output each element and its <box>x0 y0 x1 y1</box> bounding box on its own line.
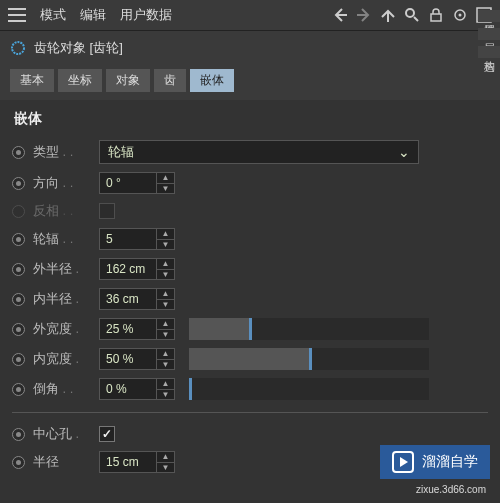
gear-icon <box>10 40 26 56</box>
anim-dot[interactable] <box>12 428 25 441</box>
radius-bottom-spinner[interactable]: ▲▼ <box>99 451 175 473</box>
spin-up-icon: ▲ <box>157 289 174 300</box>
tab-basic[interactable]: 基本 <box>10 69 54 92</box>
tab-bar: 基本 坐标 对象 齿 嵌体 <box>0 65 500 100</box>
search-icon[interactable] <box>404 7 420 23</box>
side-tab-struct[interactable]: 构造 <box>478 46 500 58</box>
svg-line-4 <box>414 17 418 21</box>
row-type: 类型 . . 轮辐 ⌄ <box>12 136 488 168</box>
section-title: 嵌体 <box>0 100 500 136</box>
outer-width-slider[interactable] <box>189 318 429 340</box>
spin-up-icon: ▲ <box>157 259 174 270</box>
side-tabs: 属性 层 构造 <box>478 10 500 58</box>
inner-radius-spinner[interactable]: ▲▼ <box>99 288 175 310</box>
outer-width-spinner[interactable]: ▲▼ <box>99 318 175 340</box>
spokes-input[interactable] <box>100 232 156 246</box>
label-direction: 方向 . . <box>33 174 91 192</box>
forward-icon[interactable] <box>356 7 372 23</box>
label-bevel: 倒角 . . <box>33 380 91 398</box>
nav-icons <box>332 7 492 23</box>
watermark: 溜溜自学 zixue.3d66.com <box>380 445 490 479</box>
spin-down-icon: ▼ <box>157 300 174 310</box>
row-direction: 方向 . . ▲▼ <box>12 168 488 198</box>
anim-dot <box>12 205 25 218</box>
row-inner-radius: 内半径 . ▲▼ <box>12 284 488 314</box>
row-invert: 反相 . . <box>12 198 488 224</box>
inner-width-spinner[interactable]: ▲▼ <box>99 348 175 370</box>
spin-down-icon: ▼ <box>157 330 174 340</box>
row-bevel: 倒角 . . ▲▼ <box>12 374 488 404</box>
menu-edit[interactable]: 编辑 <box>80 6 106 24</box>
side-tab-attr[interactable]: 属性 <box>478 10 500 22</box>
object-title: 齿轮对象 [齿轮] <box>34 39 123 57</box>
outer-width-input[interactable] <box>100 322 156 336</box>
direction-input[interactable] <box>100 176 156 190</box>
side-tab-layer[interactable]: 层 <box>478 28 500 40</box>
row-center-hole: 中心孔 . <box>12 421 488 447</box>
outer-radius-input[interactable] <box>100 262 156 276</box>
tab-object[interactable]: 对象 <box>106 69 150 92</box>
label-invert: 反相 . . <box>33 202 91 220</box>
svg-point-11 <box>12 42 24 54</box>
target-icon[interactable] <box>452 7 468 23</box>
anim-dot[interactable] <box>12 456 25 469</box>
anim-dot[interactable] <box>12 293 25 306</box>
row-outer-width: 外宽度 . ▲▼ <box>12 314 488 344</box>
lock-icon[interactable] <box>428 7 444 23</box>
invert-checkbox <box>99 203 115 219</box>
anim-dot[interactable] <box>12 323 25 336</box>
svg-point-7 <box>459 14 462 17</box>
direction-spinner[interactable]: ▲▼ <box>99 172 175 194</box>
inner-radius-input[interactable] <box>100 292 156 306</box>
outer-radius-spinner[interactable]: ▲▼ <box>99 258 175 280</box>
anim-dot[interactable] <box>12 146 25 159</box>
tab-teeth[interactable]: 齿 <box>154 69 186 92</box>
label-inner-width: 内宽度 . <box>33 350 91 368</box>
anim-dot[interactable] <box>12 263 25 276</box>
chevron-down-icon: ⌄ <box>398 144 410 160</box>
label-radius-bottom: 半径 <box>33 453 91 471</box>
anim-dot[interactable] <box>12 233 25 246</box>
label-inner-radius: 内半径 . <box>33 290 91 308</box>
center-hole-checkbox[interactable] <box>99 426 115 442</box>
spin-down-icon: ▼ <box>157 184 174 194</box>
object-header: 齿轮对象 [齿轮] <box>0 31 500 65</box>
hamburger-icon[interactable] <box>8 8 26 22</box>
svg-rect-5 <box>431 14 441 21</box>
menu-mode[interactable]: 模式 <box>40 6 66 24</box>
row-outer-radius: 外半径 . ▲▼ <box>12 254 488 284</box>
tab-coord[interactable]: 坐标 <box>58 69 102 92</box>
spokes-spinner[interactable]: ▲▼ <box>99 228 175 250</box>
inner-width-slider[interactable] <box>189 348 429 370</box>
spin-up-icon: ▲ <box>157 319 174 330</box>
type-dropdown[interactable]: 轮辐 ⌄ <box>99 140 419 164</box>
anim-dot[interactable] <box>12 383 25 396</box>
anim-dot[interactable] <box>12 353 25 366</box>
spin-up-icon: ▲ <box>157 173 174 184</box>
spin-down-icon: ▼ <box>157 240 174 250</box>
radius-bottom-input[interactable] <box>100 455 156 469</box>
label-center-hole: 中心孔 . <box>33 425 91 443</box>
menu-user-data[interactable]: 用户数据 <box>120 6 172 24</box>
svg-point-3 <box>406 9 414 17</box>
spin-down-icon: ▼ <box>157 360 174 370</box>
bevel-input[interactable] <box>100 382 156 396</box>
spin-up-icon: ▲ <box>157 349 174 360</box>
inner-width-input[interactable] <box>100 352 156 366</box>
anim-dot[interactable] <box>12 177 25 190</box>
properties-panel: 类型 . . 轮辐 ⌄ 方向 . . ▲▼ 反相 . . 轮辐 . . ▲▼ 外… <box>0 136 500 477</box>
menu-bar: 模式 编辑 用户数据 <box>0 0 500 31</box>
spin-down-icon: ▼ <box>157 463 174 473</box>
spin-down-icon: ▼ <box>157 390 174 400</box>
tab-inlay[interactable]: 嵌体 <box>190 69 234 92</box>
watermark-url: zixue.3d66.com <box>416 484 486 495</box>
label-type: 类型 . . <box>33 143 91 161</box>
up-icon[interactable] <box>380 7 396 23</box>
label-outer-width: 外宽度 . <box>33 320 91 338</box>
spin-up-icon: ▲ <box>157 379 174 390</box>
play-icon <box>392 451 414 473</box>
spin-up-icon: ▲ <box>157 229 174 240</box>
back-icon[interactable] <box>332 7 348 23</box>
bevel-slider[interactable] <box>189 378 429 400</box>
bevel-spinner[interactable]: ▲▼ <box>99 378 175 400</box>
